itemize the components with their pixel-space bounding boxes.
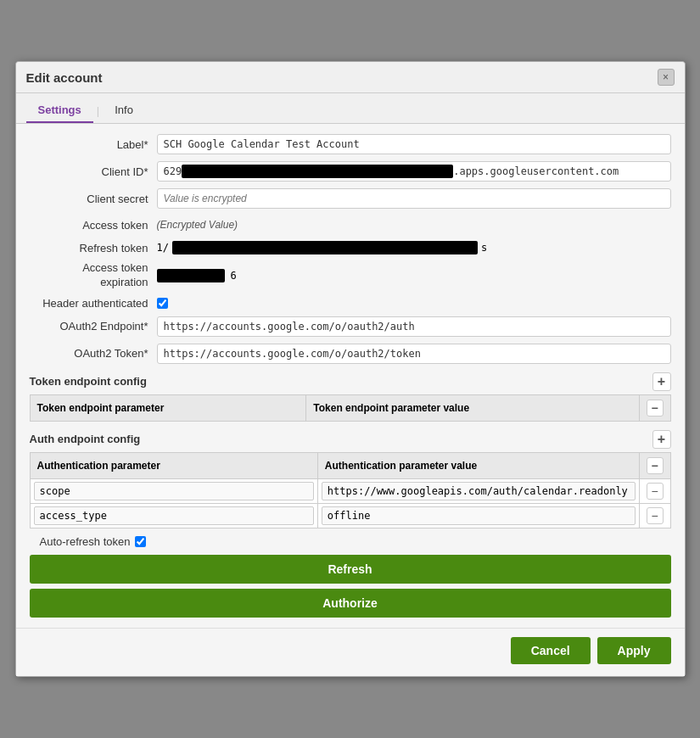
auth-row-minus-button[interactable]: − xyxy=(647,507,664,524)
access-token-expiry-label: Access tokenexpiration xyxy=(30,261,157,290)
tab-info[interactable]: Info xyxy=(103,98,145,123)
tab-bar: Settings | Info xyxy=(16,93,685,124)
refresh-token-suffix: s xyxy=(481,242,487,254)
header-auth-checkbox[interactable] xyxy=(157,298,168,309)
authorize-button[interactable]: Authorize xyxy=(30,589,671,618)
auth-minus-col-header: − xyxy=(639,452,670,478)
client-id-field[interactable]: 629 .apps.googleusercontent.com xyxy=(157,161,671,182)
auth-param-input[interactable] xyxy=(34,506,314,525)
oauth2-endpoint-row: OAuth2 Endpoint* xyxy=(30,316,671,337)
client-secret-row: Client secret xyxy=(30,188,671,209)
dialog-title-bar: Edit account × xyxy=(16,62,685,93)
auto-refresh-row: Auto-refresh token xyxy=(30,535,671,548)
token-minus-col-header: − xyxy=(639,394,670,421)
auth-endpoint-config-table: Authentication parameter Authentication … xyxy=(30,452,671,528)
tab-divider: | xyxy=(93,99,103,122)
auth-endpoint-add-button[interactable]: + xyxy=(652,430,671,449)
auth-param-value-input[interactable] xyxy=(322,482,636,500)
apply-button[interactable]: Apply xyxy=(597,637,671,664)
label-field-label: Label* xyxy=(30,138,157,151)
access-token-row: Access token (Encrypted Value) xyxy=(30,215,671,234)
close-button[interactable]: × xyxy=(658,69,675,86)
token-endpoint-add-button[interactable]: + xyxy=(652,372,671,391)
oauth2-endpoint-label: OAuth2 Endpoint* xyxy=(30,320,157,333)
auth-endpoint-row: − xyxy=(30,503,670,528)
oauth2-token-label: OAuth2 Token* xyxy=(30,347,157,360)
token-param-value-col-header: Token endpoint parameter value xyxy=(306,394,639,421)
label-field-input[interactable] xyxy=(157,134,671,154)
refresh-button[interactable]: Refresh xyxy=(30,555,671,584)
tab-settings[interactable]: Settings xyxy=(26,98,93,123)
access-token-expiry-row: Access tokenexpiration 6 xyxy=(30,261,671,290)
access-token-expiry-field: 6 xyxy=(157,269,671,282)
cancel-button[interactable]: Cancel xyxy=(511,637,591,664)
token-endpoint-config-header: Token endpoint config + xyxy=(30,372,671,391)
expiry-redacted xyxy=(157,269,225,282)
client-id-label: Client ID* xyxy=(30,165,157,178)
oauth2-token-row: OAuth2 Token* xyxy=(30,344,671,364)
client-secret-input[interactable] xyxy=(157,188,671,209)
token-param-col-header: Token endpoint parameter xyxy=(30,394,306,421)
access-token-label: Access token xyxy=(30,219,157,232)
label-row: Label* xyxy=(30,134,671,154)
refresh-token-row: Refresh token 1/ s xyxy=(30,241,671,254)
auth-endpoint-config-header: Auth endpoint config + xyxy=(30,430,671,449)
client-secret-label: Client secret xyxy=(30,193,157,205)
oauth2-token-input[interactable] xyxy=(157,344,671,364)
header-auth-label: Header authenticated xyxy=(30,297,157,310)
dialog-footer: Cancel Apply xyxy=(16,628,685,676)
expiry-suffix: 6 xyxy=(231,270,237,282)
token-endpoint-config-title: Token endpoint config xyxy=(30,375,147,388)
auth-minus-header-btn[interactable]: − xyxy=(647,457,664,474)
refresh-token-label: Refresh token xyxy=(30,242,157,254)
edit-account-dialog: Edit account × Settings | Info Label* Cl… xyxy=(15,61,686,677)
token-minus-header-btn[interactable]: − xyxy=(647,400,664,417)
auth-row-minus-button[interactable]: − xyxy=(647,483,664,500)
client-id-suffix: .apps.googleusercontent.com xyxy=(453,165,619,177)
refresh-token-prefix: 1/ xyxy=(157,242,169,254)
auth-param-input[interactable] xyxy=(34,482,314,500)
client-id-prefix: 629 xyxy=(164,165,182,177)
header-auth-row: Header authenticated xyxy=(30,297,671,310)
auto-refresh-label: Auto-refresh token xyxy=(40,535,131,548)
oauth2-endpoint-input[interactable] xyxy=(157,316,671,337)
client-id-row: Client ID* 629 .apps.googleusercontent.c… xyxy=(30,161,671,182)
auth-param-value-col-header: Authentication parameter value xyxy=(317,452,639,478)
refresh-token-field: 1/ s xyxy=(157,241,671,254)
auth-endpoint-row: − xyxy=(30,478,670,503)
refresh-token-redacted xyxy=(172,241,478,254)
auto-refresh-checkbox[interactable] xyxy=(135,536,146,547)
auth-param-value-input[interactable] xyxy=(322,506,636,525)
auth-param-col-header: Authentication parameter xyxy=(30,452,317,478)
token-endpoint-config-table: Token endpoint parameter Token endpoint … xyxy=(30,394,671,422)
dialog-title: Edit account xyxy=(26,70,103,85)
dialog-body: Label* Client ID* 629 .apps.googleuserco… xyxy=(16,124,685,628)
access-token-value: (Encrypted Value) xyxy=(157,215,671,234)
client-id-redacted xyxy=(182,165,453,178)
auth-endpoint-config-title: Auth endpoint config xyxy=(30,433,141,445)
